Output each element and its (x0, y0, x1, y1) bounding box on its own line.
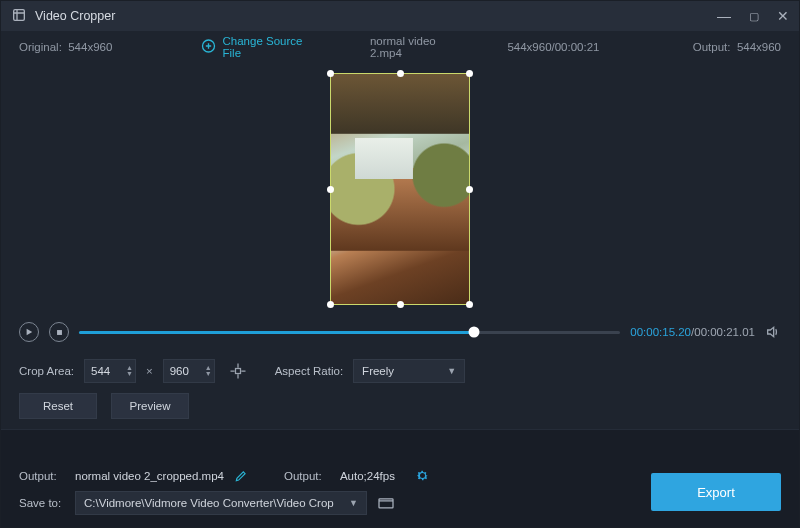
edit-filename-button[interactable] (234, 469, 248, 483)
save-path-dropdown[interactable]: C:\Vidmore\Vidmore Video Converter\Video… (75, 491, 367, 515)
reset-button[interactable]: Reset (19, 393, 97, 419)
play-icon (25, 328, 33, 336)
stop-icon (56, 329, 63, 336)
crop-handle-ml[interactable] (327, 186, 334, 193)
original-label-text: Original: (19, 41, 62, 53)
chevron-down-icon: ▼ (349, 498, 358, 508)
window-controls: — ▢ ✕ (717, 9, 789, 23)
svg-rect-3 (235, 369, 240, 374)
aspect-ratio-dropdown[interactable]: Freely ▼ (353, 359, 465, 383)
close-button[interactable]: ✕ (777, 9, 789, 23)
aspect-ratio-label: Aspect Ratio: (275, 365, 343, 377)
chevron-down-icon: ▼ (447, 366, 456, 376)
minimize-button[interactable]: — (717, 9, 731, 23)
svg-rect-4 (379, 499, 393, 508)
output-label-text: Output: (693, 41, 731, 53)
save-to-label: Save to: (19, 497, 65, 509)
reset-label: Reset (43, 400, 73, 412)
output-dims-value: 544x960 (737, 41, 781, 53)
change-source-button[interactable]: Change Source File (201, 35, 320, 59)
stop-button[interactable] (49, 322, 69, 342)
pencil-icon (234, 469, 248, 483)
maximize-button[interactable]: ▢ (749, 9, 759, 23)
gear-icon (415, 468, 430, 483)
crop-width-value: 544 (91, 365, 110, 377)
source-meta: 544x960/00:00:21 (507, 41, 599, 53)
play-button[interactable] (19, 322, 39, 342)
source-filename: normal video 2.mp4 (370, 35, 468, 59)
app-window: Video Cropper — ▢ ✕ Original: 544x960 Ch… (0, 0, 800, 528)
crop-handle-tr[interactable] (466, 70, 473, 77)
original-dims-label: Original: 544x960 (19, 41, 112, 53)
open-folder-button[interactable] (377, 496, 395, 510)
seek-bar[interactable] (79, 331, 620, 334)
current-time: 00:00:15.20 (630, 326, 691, 338)
center-icon (228, 361, 248, 381)
crop-handle-bl[interactable] (327, 301, 334, 308)
svg-rect-2 (57, 330, 62, 335)
titlebar-left: Video Cropper (11, 7, 115, 26)
original-dims-value: 544x960 (68, 41, 112, 53)
crop-handle-mr[interactable] (466, 186, 473, 193)
crop-height-spinner[interactable]: ▲▼ (205, 365, 212, 377)
preview-label: Preview (130, 400, 171, 412)
infobar-center: Change Source File normal video 2.mp4 54… (201, 35, 600, 59)
preview-button[interactable]: Preview (111, 393, 189, 419)
multiply-symbol: × (146, 365, 153, 377)
volume-icon[interactable] (765, 324, 781, 340)
seek-track[interactable] (79, 331, 620, 334)
action-row: Reset Preview (1, 393, 799, 429)
output-format-value: Auto;24fps (340, 470, 395, 482)
output-settings-button[interactable] (415, 468, 430, 483)
crop-height-value: 960 (170, 365, 189, 377)
crop-height-field[interactable]: 960 ▲▼ (163, 359, 215, 383)
seek-fill (79, 331, 474, 334)
playback-bar: 00:00:15.20/00:00:21.01 (1, 315, 799, 349)
export-label: Export (697, 485, 735, 500)
output-panel: Output: normal video 2_cropped.mp4 Outpu… (1, 429, 799, 527)
output-format-label: Output: (284, 470, 330, 482)
titlebar: Video Cropper — ▢ ✕ (1, 1, 799, 31)
crop-width-spinner[interactable]: ▲▼ (126, 365, 133, 377)
preview-area (1, 63, 799, 315)
export-button[interactable]: Export (651, 473, 781, 511)
crop-area-label: Crop Area: (19, 365, 74, 377)
folder-icon (377, 496, 395, 510)
app-title: Video Cropper (35, 9, 115, 23)
crop-handle-tl[interactable] (327, 70, 334, 77)
crop-handle-tm[interactable] (397, 70, 404, 77)
output-dims-label: Output: 544x960 (693, 41, 781, 53)
center-crop-button[interactable] (225, 358, 251, 384)
aspect-ratio-value: Freely (362, 365, 394, 377)
plus-circle-icon (201, 38, 217, 56)
save-path-value: C:\Vidmore\Vidmore Video Converter\Video… (84, 497, 334, 509)
crop-width-field[interactable]: 544 ▲▼ (84, 359, 136, 383)
crop-handle-bm[interactable] (397, 301, 404, 308)
output-file-label: Output: (19, 470, 65, 482)
timecode: 00:00:15.20/00:00:21.01 (630, 326, 755, 338)
infobar: Original: 544x960 Change Source File nor… (1, 31, 799, 63)
crop-handle-br[interactable] (466, 301, 473, 308)
change-source-label: Change Source File (223, 35, 320, 59)
total-time: 00:00:21.01 (694, 326, 755, 338)
crop-frame[interactable] (330, 73, 470, 305)
svg-rect-0 (14, 9, 25, 20)
output-filename: normal video 2_cropped.mp4 (75, 470, 224, 482)
crop-controls: Crop Area: 544 ▲▼ × 960 ▲▼ Aspect Ratio:… (1, 349, 799, 393)
app-icon (11, 7, 27, 26)
seek-knob[interactable] (469, 327, 480, 338)
